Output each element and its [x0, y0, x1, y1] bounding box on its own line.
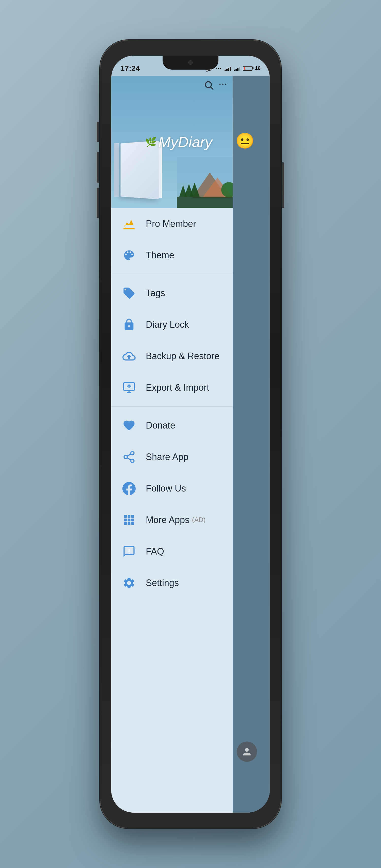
status-time: 17:24 — [120, 64, 140, 73]
svg-rect-19 — [124, 519, 127, 521]
book-spine — [114, 143, 119, 197]
menu-item-backup-restore[interactable]: Backup & Restore — [111, 340, 233, 372]
volume-down-button[interactable] — [97, 188, 99, 218]
landscape-illustration — [177, 157, 233, 208]
faq-label: FAQ — [146, 546, 164, 557]
menu-item-settings[interactable]: Settings — [111, 567, 233, 599]
theme-label: Theme — [146, 250, 174, 260]
right-panel: 😐 — [233, 76, 270, 813]
sidebar: 🌿 MyDiary — [111, 76, 233, 813]
menu-item-faq[interactable]: FAQ — [111, 536, 233, 567]
emoji-face: 😐 — [235, 132, 255, 150]
follow-us-label: Follow Us — [146, 483, 186, 494]
svg-rect-21 — [131, 519, 134, 521]
pro-member-label: Pro Member — [146, 218, 196, 229]
menu-item-pro-member[interactable]: Pro Member — [111, 208, 233, 240]
power-button[interactable] — [282, 162, 284, 208]
svg-rect-18 — [131, 515, 134, 518]
crown-icon — [121, 216, 137, 231]
share-icon — [121, 450, 137, 465]
menu-item-theme[interactable]: Theme — [111, 240, 233, 271]
menu-item-more-apps[interactable]: More Apps (AD) — [111, 504, 233, 536]
more-apps-suffix: (AD) — [192, 516, 205, 524]
heart-icon — [121, 418, 137, 433]
volume-up-button[interactable] — [97, 152, 99, 183]
book-illustration — [119, 142, 167, 203]
donate-label: Donate — [146, 420, 175, 431]
volume-silent-button[interactable] — [97, 122, 99, 142]
svg-line-14 — [127, 458, 131, 460]
signal-bar-2 — [234, 66, 240, 71]
settings-label: Settings — [146, 578, 179, 588]
menu-section: Pro Member Theme — [111, 208, 233, 599]
main-content: 🌿 MyDiary — [111, 76, 270, 813]
battery-icon — [243, 66, 252, 71]
menu-item-export-import[interactable]: Export & Import — [111, 372, 233, 403]
diary-lock-label: Diary Lock — [146, 319, 189, 330]
divider-1 — [111, 274, 233, 274]
tag-icon — [121, 285, 137, 301]
sidebar-header: 🌿 MyDiary — [111, 76, 233, 208]
phone-frame: 17:24 💬 ··· — [100, 40, 281, 828]
gear-icon — [121, 576, 137, 591]
svg-rect-16 — [124, 515, 127, 518]
menu-item-diary-lock[interactable]: Diary Lock — [111, 309, 233, 340]
svg-rect-20 — [128, 519, 131, 521]
logo-leaf-icon: 🌿 — [145, 137, 157, 147]
right-overlay — [233, 76, 270, 813]
svg-rect-17 — [128, 515, 131, 518]
grid-icon — [121, 513, 137, 528]
backup-restore-label: Backup & Restore — [146, 351, 219, 362]
notch — [163, 56, 218, 70]
svg-rect-3 — [177, 197, 233, 208]
cloud-icon — [121, 348, 137, 364]
logo-container: 🌿 MyDiary — [145, 133, 212, 150]
facebook-icon — [121, 481, 137, 496]
menu-item-share-app[interactable]: Share App — [111, 441, 233, 473]
export-import-label: Export & Import — [146, 382, 209, 393]
logo-text: MyDiary — [158, 133, 212, 150]
share-app-label: Share App — [146, 452, 188, 462]
palette-icon — [121, 248, 137, 263]
svg-line-9 — [211, 87, 213, 89]
lock-icon — [121, 317, 137, 332]
menu-item-tags[interactable]: Tags — [111, 277, 233, 309]
svg-rect-24 — [131, 522, 134, 525]
tags-label: Tags — [146, 288, 165, 299]
user-avatar[interactable] — [237, 742, 257, 762]
export-icon — [121, 380, 137, 395]
battery-label: 16 — [255, 65, 261, 71]
svg-rect-22 — [124, 522, 127, 525]
svg-line-15 — [127, 454, 131, 456]
divider-2 — [111, 406, 233, 407]
faq-icon — [121, 544, 137, 559]
svg-rect-23 — [128, 522, 131, 525]
more-options-button[interactable]: ··· — [219, 80, 228, 91]
menu-item-follow-us[interactable]: Follow Us — [111, 473, 233, 504]
search-button[interactable] — [204, 80, 214, 91]
phone-screen: 17:24 💬 ··· — [111, 56, 270, 813]
menu-item-donate[interactable]: Donate — [111, 410, 233, 441]
signal-bar-1 — [225, 66, 231, 71]
front-camera — [188, 60, 193, 65]
more-apps-label: More Apps — [146, 515, 189, 525]
header-actions: ··· — [199, 76, 233, 95]
